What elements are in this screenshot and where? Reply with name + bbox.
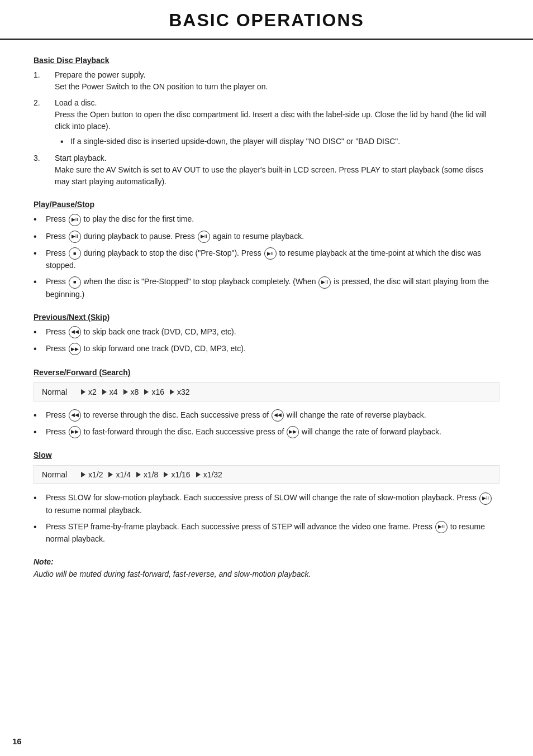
bullet-text: Press SLOW for slow-motion playback. Eac… <box>46 492 499 516</box>
speed-value: x32 <box>177 387 190 396</box>
speed-value: x1/16 <box>171 470 190 479</box>
speed-value: x8 <box>131 387 139 396</box>
speed-item: x1/16 <box>164 470 190 479</box>
arrow-icon <box>136 472 141 477</box>
previous-next-section: Previous/Next (Skip) • Press ◀◀ to skip … <box>34 313 499 356</box>
play-icon-4: ▶II <box>318 276 331 289</box>
previous-next-list: • Press ◀◀ to skip back one track (DVD, … <box>34 326 499 356</box>
list-item: • Press ◀◀ to skip back one track (DVD, … <box>34 326 499 338</box>
speed-item: x4 <box>102 387 118 396</box>
bullet-symbol: • <box>34 213 46 226</box>
play-icon: ▶II <box>69 214 81 226</box>
page-title: BASIC OPERATIONS <box>0 10 533 31</box>
speed-row-slow: Normal x1/2 x1/4 x1/8 x1/16 x1/32 <box>34 465 499 484</box>
rev-icon: ◀◀ <box>69 409 81 422</box>
note-section: Note: Audio will be muted during fast-fo… <box>34 557 499 580</box>
basic-disc-playback-title: Basic Disc Playback <box>34 56 499 65</box>
step-number: 1. <box>34 69 55 93</box>
bullet-text: Press ▶▶ to fast-forward through the dis… <box>46 426 499 438</box>
speed-row-reverse: Normal x2 x4 x8 x16 x32 <box>34 382 499 401</box>
speed-value: x1/4 <box>116 470 130 479</box>
bullet-text: Press STEP frame-by-frame playback. Each… <box>46 521 499 545</box>
sub-bullet: • If a single-sided disc is inserted ups… <box>60 136 499 148</box>
step-main: Start playback. <box>55 154 107 162</box>
arrow-icon <box>196 472 201 477</box>
list-item: • Press ▶II during playback to pause. Pr… <box>34 231 499 243</box>
speed-item: x1/2 <box>81 470 103 479</box>
play-pause-stop-list: • Press ▶II to play the disc for the fir… <box>34 213 499 300</box>
list-item: • Press ▶▶ to fast-forward through the d… <box>34 426 499 438</box>
list-item: • Press STEP frame-by-frame playback. Ea… <box>34 521 499 545</box>
arrow-icon <box>81 472 85 477</box>
speed-value: x4 <box>110 387 118 396</box>
play-pause-stop-section: Play/Pause/Stop • Press ▶II to play the … <box>34 200 499 300</box>
speed-item: x1/8 <box>136 470 158 479</box>
bullet-text: Press ◀◀ to skip back one track (DVD, CD… <box>46 326 499 338</box>
list-item: 2. Load a disc. Press the Open button to… <box>34 97 499 148</box>
bullet-symbol: • <box>34 326 46 338</box>
bullet-text: Press ▶II during playback to pause. Pres… <box>46 231 499 243</box>
bullet-symbol: • <box>34 247 46 271</box>
sub-bullet-text: If a single-sided disc is inserted upsid… <box>70 136 499 148</box>
speed-item: x8 <box>123 387 139 396</box>
list-item: • Press SLOW for slow-motion playback. E… <box>34 492 499 516</box>
stop-icon: ■ <box>69 247 81 260</box>
list-item: 3. Start playback. Make sure the AV Swit… <box>34 152 499 188</box>
play-icon-slow: ▶II <box>479 492 492 505</box>
arrow-icon <box>102 389 107 395</box>
arrow-icon <box>81 389 85 395</box>
play-icon: ▶II <box>69 231 81 243</box>
play-icon-step: ▶II <box>435 521 448 533</box>
bullet-text: Press ◀◀ to reverse through the disc. Ea… <box>46 409 499 422</box>
fwd-icon: ▶▶ <box>69 426 81 438</box>
page-header: BASIC OPERATIONS <box>0 0 533 40</box>
speed-item: x1/4 <box>108 470 130 479</box>
speed-value: x16 <box>151 387 164 396</box>
bullet-symbol: • <box>34 343 46 355</box>
bullet-symbol: • <box>34 231 46 243</box>
step-detail: Press the Open button to open the disc c… <box>55 110 487 131</box>
stop-icon-2: ■ <box>69 276 81 289</box>
reverse-forward-list: • Press ◀◀ to reverse through the disc. … <box>34 409 499 439</box>
step-detail: Make sure the AV Switch is set to AV OUT… <box>55 165 483 186</box>
note-title: Note: <box>34 557 499 566</box>
step-main: Prepare the power supply. <box>55 70 145 79</box>
play-icon-2: ▶II <box>198 231 210 243</box>
basic-disc-playback-list: 1. Prepare the power supply. Set the Pow… <box>34 69 499 188</box>
fwd-icon-2: ▶▶ <box>287 426 299 438</box>
bullet-symbol: • <box>34 426 46 438</box>
bullet-symbol: • <box>34 492 46 516</box>
rev-icon-2: ◀◀ <box>272 409 284 422</box>
step-number: 2. <box>34 97 55 148</box>
note-text: Audio will be muted during fast-forward,… <box>34 568 499 580</box>
step-content: Start playback. Make sure the AV Switch … <box>55 152 499 188</box>
bullet-symbol: • <box>34 276 46 300</box>
slow-list: • Press SLOW for slow-motion playback. E… <box>34 492 499 545</box>
arrow-icon <box>164 472 168 477</box>
bullet-text: Press ■ during playback to stop the disc… <box>46 247 499 271</box>
step-content: Load a disc. Press the Open button to op… <box>55 97 499 148</box>
speed-item: x1/32 <box>196 470 222 479</box>
play-pause-stop-title: Play/Pause/Stop <box>34 200 499 209</box>
step-detail: Set the Power Switch to the ON position … <box>55 82 268 91</box>
step-number: 3. <box>34 152 55 188</box>
slow-title: Slow <box>34 451 499 460</box>
step-content: Prepare the power supply. Set the Power … <box>55 69 499 93</box>
step-main: Load a disc. <box>55 98 97 107</box>
bullet-symbol: • <box>34 521 46 545</box>
speed-normal-label: Normal <box>42 387 75 396</box>
basic-disc-playback-section: Basic Disc Playback 1. Prepare the power… <box>34 56 499 188</box>
arrow-icon <box>123 389 128 395</box>
list-item: • Press ■ during playback to stop the di… <box>34 247 499 271</box>
speed-item: x32 <box>170 387 190 396</box>
speed-item: x16 <box>144 387 164 396</box>
prev-icon: ◀◀ <box>69 326 81 338</box>
reverse-forward-title: Reverse/Forward (Search) <box>34 368 499 377</box>
bullet-symbol: • <box>60 136 70 148</box>
speed-value: x1/2 <box>88 470 103 479</box>
main-content: Basic Disc Playback 1. Prepare the power… <box>0 46 533 602</box>
previous-next-title: Previous/Next (Skip) <box>34 313 499 322</box>
list-item: • Press ▶▶ to skip forward one track (DV… <box>34 343 499 355</box>
bullet-text: Press ▶▶ to skip forward one track (DVD,… <box>46 343 499 355</box>
speed-item: x2 <box>81 387 97 396</box>
